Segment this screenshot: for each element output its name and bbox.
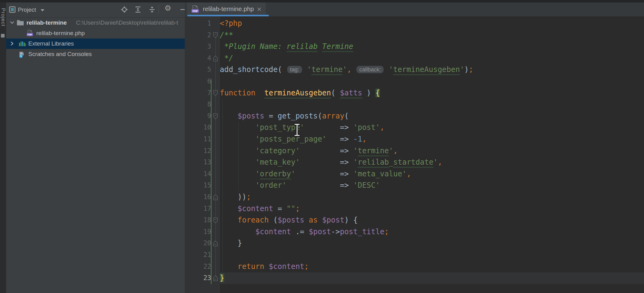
code-line[interactable]: foreach ($posts as $post) {: [220, 215, 644, 226]
tree-item-label: relilab-termine.php: [36, 28, 85, 38]
code-line[interactable]: *Plugin Name: relilab Termine: [220, 41, 644, 53]
phpstorm-window: Project Project: [0, 0, 644, 293]
project-panel: Project: [6, 2, 185, 293]
fold-region-start-icon[interactable]: [213, 217, 218, 223]
fold-region-end-icon[interactable]: [213, 275, 218, 281]
tree-item-label: relilab-termine: [26, 18, 67, 28]
line-number[interactable]: 15: [185, 180, 211, 191]
code-line[interactable]: $content .= $post->post_title;: [220, 226, 644, 238]
chevron-down-icon[interactable]: [41, 9, 44, 11]
scratches-icon: [18, 51, 25, 59]
code-line[interactable]: }: [220, 238, 644, 249]
line-number[interactable]: 10: [185, 122, 211, 134]
code-line[interactable]: /**: [220, 30, 644, 41]
code-line[interactable]: 'orderby' => 'meta_value',: [220, 168, 644, 180]
php-file-icon: PHP: [26, 30, 33, 38]
expand-all-icon[interactable]: [135, 6, 141, 13]
line-number[interactable]: 6: [185, 76, 211, 87]
line-number[interactable]: 3: [185, 41, 211, 53]
folder-icon: [17, 20, 24, 27]
parameter-hint: tag:: [287, 66, 302, 73]
line-number[interactable]: 13: [185, 157, 211, 168]
line-number[interactable]: 16: [185, 191, 211, 203]
tree-item-label: Scratches and Consoles: [28, 49, 92, 59]
ibeam-mouse-cursor: [293, 123, 301, 138]
tree-item-relilab-termine-php[interactable]: PHPrelilab-termine.php: [6, 28, 185, 38]
fold-region-start-icon[interactable]: [213, 113, 218, 119]
code-line[interactable]: add_shortcode( tag: 'termine', callback:…: [220, 64, 644, 76]
tree-item-scratches-and-consoles[interactable]: Scratches and Consoles: [6, 49, 185, 59]
collapse-all-icon[interactable]: [149, 6, 155, 13]
line-number[interactable]: 17: [185, 203, 211, 215]
tab-title: relilab-termine.php: [203, 6, 254, 13]
chevron-down-icon[interactable]: [9, 20, 15, 27]
code-line[interactable]: 'meta_key' => 'relilab_startdate',: [220, 157, 644, 168]
line-number[interactable]: 21: [185, 249, 211, 261]
external-libraries-icon: [18, 41, 26, 49]
code-line[interactable]: 'post_type' => 'post',: [220, 122, 644, 134]
tree-item-path: C:\Users\Daniel\Desktop\relilab\relilab-…: [76, 18, 178, 28]
editor-tab-relilab-termine[interactable]: PHP relilab-termine.php: [187, 2, 266, 16]
code-line[interactable]: 'order' => 'DESC': [220, 180, 644, 191]
code-line[interactable]: <?php: [220, 18, 644, 30]
tree-item-label: External Libraries: [28, 38, 74, 49]
project-tool-window-icon: [9, 6, 16, 14]
line-number[interactable]: 18: [185, 215, 211, 226]
line-number[interactable]: 9: [185, 110, 211, 122]
code-line[interactable]: */: [220, 53, 644, 64]
code-line[interactable]: ));: [220, 191, 644, 203]
fold-region-end-icon[interactable]: [213, 194, 218, 200]
code-line[interactable]: 'posts_per_page' => -1,: [220, 134, 644, 145]
code-line[interactable]: }: [220, 272, 644, 284]
line-number[interactable]: 20: [185, 238, 211, 249]
line-number[interactable]: 4: [185, 53, 211, 64]
project-stripe-button[interactable]: Project: [0, 8, 6, 26]
line-number[interactable]: 19: [185, 226, 211, 238]
project-panel-title[interactable]: Project: [18, 6, 36, 13]
svg-text:PHP: PHP: [28, 33, 32, 36]
window-top-strip: [0, 0, 644, 2]
line-number[interactable]: 2: [185, 30, 211, 41]
line-number[interactable]: 7: [185, 87, 211, 99]
fold-region-end-icon[interactable]: [213, 55, 218, 62]
fold-region-end-icon[interactable]: [213, 240, 218, 247]
svg-text:PHP: PHP: [192, 10, 198, 13]
line-number[interactable]: 1: [185, 18, 211, 30]
tree-item-relilab-termine[interactable]: relilab-termineC:\Users\Daniel\Desktop\r…: [6, 18, 185, 28]
line-number[interactable]: 11: [185, 134, 211, 145]
tool-window-mini-icon[interactable]: [1, 34, 5, 38]
tree-item-external-libraries[interactable]: External Libraries: [6, 38, 185, 49]
code-line[interactable]: 'category' => 'termine',: [220, 145, 644, 157]
project-tree: relilab-termineC:\Users\Daniel\Desktop\r…: [6, 18, 185, 59]
editor-tab-bar: PHP relilab-termine.php: [185, 2, 644, 17]
line-number[interactable]: 23: [185, 272, 211, 284]
locate-icon[interactable]: [121, 6, 128, 13]
line-number[interactable]: 8: [185, 99, 211, 110]
code-line[interactable]: $content = "";: [220, 203, 644, 215]
chevron-right-icon[interactable]: [9, 41, 15, 48]
close-icon[interactable]: [256, 6, 262, 12]
code-line[interactable]: return $content;: [220, 261, 644, 273]
line-number[interactable]: 12: [185, 145, 211, 157]
line-number[interactable]: 14: [185, 168, 211, 180]
tool-window-stripe: Project: [0, 2, 6, 293]
fold-region-start-icon[interactable]: [213, 90, 218, 96]
line-number[interactable]: 5: [185, 64, 211, 76]
toolbar-divider: [159, 6, 159, 14]
editor-body[interactable]: 1234567891011121314151617181920212223 <?…: [185, 16, 644, 293]
settings-gear-icon[interactable]: ⚙: [164, 4, 171, 12]
project-panel-header: Project: [6, 2, 185, 18]
hide-panel-icon[interactable]: [179, 6, 185, 13]
line-number[interactable]: 22: [185, 261, 211, 273]
php-file-icon: PHP: [191, 5, 199, 15]
code-line[interactable]: $posts = get_posts(array(: [220, 110, 644, 122]
parameter-hint: callback:: [356, 66, 384, 73]
fold-region-start-icon[interactable]: [213, 32, 218, 38]
code-line[interactable]: function termineAusgeben( $atts ) {: [220, 87, 644, 99]
editor-area: PHP relilab-termine.php 1234567891011121…: [185, 2, 644, 293]
